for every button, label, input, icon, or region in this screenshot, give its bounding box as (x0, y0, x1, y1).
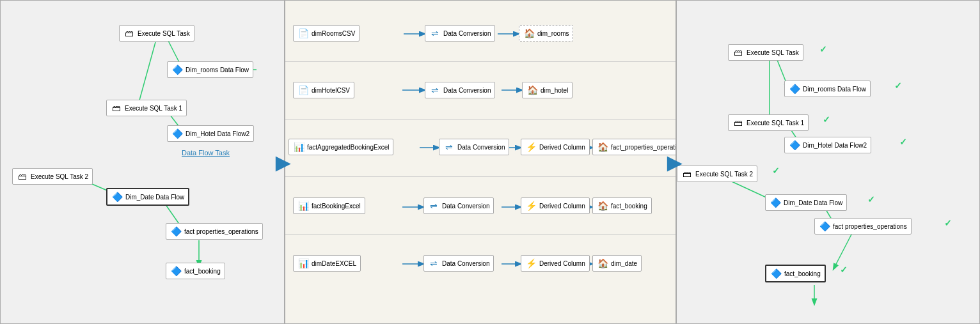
data-conv-book-node[interactable]: ⇌ Data Conversion (423, 197, 494, 214)
dim-date-excel-label: dimDateEXCEL (312, 260, 356, 267)
fact-booking-node[interactable]: 🔷 fact_booking (166, 263, 225, 279)
r-dim-date-flow-label: Dim_Date Data Flow (784, 199, 842, 206)
sql2-icon: 🗃 (17, 171, 28, 182)
sql-icon: 🗃 (123, 27, 135, 39)
left-connectors (1, 1, 284, 323)
big-arrow-1: ► (271, 148, 296, 176)
svg-line-25 (834, 232, 853, 269)
conv-rooms-icon: ⇌ (429, 27, 441, 39)
right-connectors (677, 1, 979, 323)
r-dim-hotel-flow-label: Dim_Hotel Data Flow2 (803, 142, 867, 149)
r-date-check: ✓ (867, 194, 875, 204)
dim-hotel-csv-node[interactable]: 📄 dimHotelCSV (293, 82, 354, 98)
r-exec-sql-2-node[interactable]: 🗃 Execute SQL Task 2 (677, 166, 757, 182)
r-prop-check: ✓ (944, 218, 952, 228)
derived-col-date-label: Derived Column (539, 260, 585, 267)
divider-4 (285, 234, 676, 235)
excel-book-icon: 📊 (297, 200, 309, 212)
derived-col-agg-node[interactable]: ⚡ Derived Column (521, 139, 590, 155)
dim-date-flow-node[interactable]: 🔷 Dim_Date Data Flow (106, 188, 189, 206)
fact-book-out-label: fact_booking (611, 203, 647, 210)
dim-date-flow-label: Dim_Date Data Flow (125, 194, 184, 201)
fact-agg-excel-label: factAggregatedBookingExcel (307, 144, 389, 151)
fact-prop-ops-node[interactable]: 🔷 fact properties_operations (166, 223, 263, 240)
excel-date-icon: 📊 (297, 258, 309, 269)
date-flow-icon: 🔷 (111, 191, 123, 203)
exec-sql-task-node[interactable]: 🗃 Execute SQL Task (119, 25, 194, 42)
fact-book-out-node[interactable]: 🏠 fact_booking (592, 197, 652, 214)
dim-rooms-out-label: dim_rooms (537, 30, 569, 37)
conv-date-icon: ⇌ (428, 258, 439, 269)
dim-date-excel-node[interactable]: 📊 dimDateEXCEL (293, 255, 361, 272)
dim-date-out-label: dim_date (611, 260, 637, 267)
derived-col-agg-label: Derived Column (539, 144, 585, 151)
dim-rooms-out-node[interactable]: 🏠 dim_rooms (519, 25, 573, 42)
data-conv-rooms-node[interactable]: ⇌ Data Conversion (425, 25, 495, 42)
r-rooms-icon: 🔷 (789, 83, 800, 95)
r-dim-hotel-flow-node[interactable]: 🔷 Dim_Hotel Data Flow2 (784, 137, 871, 153)
r-fact-prop-ops-label: fact properties_operations (833, 223, 907, 230)
middle-panel: 📄 dimRoomsCSV ⇌ Data Conversion 🏠 dim_ro… (285, 0, 676, 324)
r-exec-sql-1-node[interactable]: 🗃 Execute SQL Task 1 (728, 114, 809, 131)
derived-col-book-node[interactable]: ⚡ Derived Column (521, 197, 590, 214)
dataflow-icon: 🔷 (171, 64, 183, 75)
r-sql1-icon: 🗃 (732, 117, 744, 128)
r-dim-rooms-flow-node[interactable]: 🔷 Dim_rooms Data Flow (784, 81, 871, 97)
data-conv-date-node[interactable]: ⇌ Data Conversion (423, 255, 494, 272)
r-exec-sql-1-label: Execute SQL Task 1 (747, 120, 804, 127)
conv-book-icon: ⇌ (428, 200, 439, 212)
divider-1 (285, 61, 676, 62)
dim-rooms-flow-node[interactable]: 🔷 Dim_rooms Data Flow (167, 61, 253, 78)
data-conv-agg-node[interactable]: ⇌ Data Conversion (439, 139, 509, 155)
prop-ops-icon: 🔷 (170, 226, 182, 237)
exec-sql-task-1-node[interactable]: 🗃 Execute SQL Task 1 (106, 100, 187, 116)
r-fact-booking-node[interactable]: 🔷 fact_booking (765, 265, 826, 282)
r-exec-sql-check: ✓ (819, 44, 827, 54)
dim-hotel-flow-label: Dim_Hotel Data Flow2 (186, 130, 249, 137)
exec-sql-task-2-node[interactable]: 🗃 Execute SQL Task 2 (12, 168, 93, 185)
dest-book-icon: 🏠 (597, 200, 608, 212)
dim-hotel-out-label: dim_hotel (541, 87, 568, 94)
hotel-flow-icon: 🔷 (171, 128, 183, 139)
r-exec-sql-node[interactable]: 🗃 Execute SQL Task (728, 44, 803, 61)
r-hotel-icon: 🔷 (789, 139, 800, 151)
dim-rooms-csv-node[interactable]: 📄 dimRoomsCSV (293, 25, 360, 42)
middle-connectors (285, 1, 676, 323)
dim-hotel-flow-node[interactable]: 🔷 Dim_Hotel Data Flow2 (167, 125, 254, 142)
r-fact-booking-label: fact_booking (784, 270, 821, 277)
derived-agg-icon: ⚡ (525, 141, 537, 153)
data-conv-book-label: Data Conversion (442, 203, 489, 210)
data-conv-agg-label: Data Conversion (457, 144, 505, 151)
fact-agg-excel-node[interactable]: 📊 factAggregatedBookingExcel (288, 139, 393, 155)
dest-date-icon: 🏠 (597, 258, 608, 269)
r-hotel-check: ✓ (899, 137, 907, 147)
sql1-icon: 🗃 (111, 102, 122, 114)
fact-book-excel-node[interactable]: 📊 factBookingExcel (293, 197, 365, 214)
data-conv-hotel-label: Data Conversion (443, 87, 491, 94)
exec-sql-task-label: Execute SQL Task (138, 30, 190, 37)
dim-hotel-csv-label: dimHotelCSV (312, 87, 350, 94)
dest-rooms-icon: 🏠 (523, 27, 535, 39)
r-sql-icon: 🗃 (732, 47, 744, 58)
exec-sql-task-1-label: Execute SQL Task 1 (125, 105, 182, 112)
r-fact-prop-ops-node[interactable]: 🔷 fact properties_operations (814, 218, 912, 235)
r-dim-date-flow-node[interactable]: 🔷 Dim_Date Data Flow (765, 194, 847, 211)
data-conv-hotel-node[interactable]: ⇌ Data Conversion (425, 82, 495, 98)
derived-col-date-node[interactable]: ⚡ Derived Column (521, 255, 590, 272)
svg-line-1 (138, 42, 155, 105)
r-exec-sql-label: Execute SQL Task (747, 49, 799, 56)
r-date-icon: 🔷 (770, 197, 781, 208)
csv-icon: 📄 (297, 27, 309, 39)
big-arrow-2: ► (662, 148, 688, 176)
r-sql2-check: ✓ (772, 166, 780, 176)
derived-book-icon: ⚡ (525, 200, 537, 212)
r-dim-rooms-flow-label: Dim_rooms Data Flow (803, 86, 866, 93)
divider-2 (285, 119, 676, 120)
r-exec-sql-2-label: Execute SQL Task 2 (695, 171, 753, 178)
flow-task-label[interactable]: Data Flow Task (182, 149, 230, 157)
r-booking-check: ✓ (840, 265, 848, 275)
exec-sql-task-2-label: Execute SQL Task 2 (31, 173, 88, 180)
data-conv-rooms-label: Data Conversion (443, 30, 491, 37)
dim-hotel-out-node[interactable]: 🏠 dim_hotel (522, 82, 573, 98)
dim-date-out-node[interactable]: 🏠 dim_date (592, 255, 642, 272)
